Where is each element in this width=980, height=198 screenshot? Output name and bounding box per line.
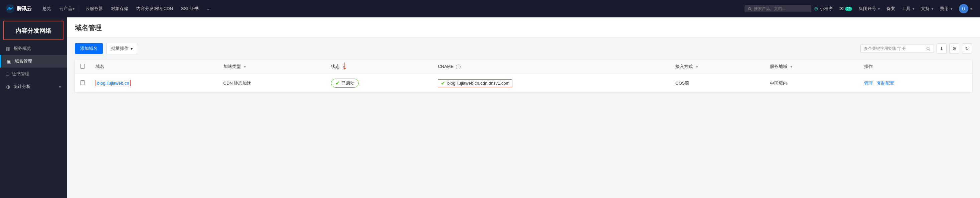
accel-sort-icon[interactable]: ▼ xyxy=(243,65,247,69)
settings-button[interactable]: ⚙ xyxy=(949,43,959,54)
nav-messages[interactable]: ✉ 29 xyxy=(837,0,855,18)
service-area-cell: 中国境内 xyxy=(765,74,859,93)
stats-expand-icon: ▾ xyxy=(59,85,61,89)
sidebar-header[interactable]: 内容分发网络 xyxy=(3,21,64,40)
domain-link[interactable]: blog.liujiaweb.cn xyxy=(97,81,129,86)
access-sort-icon[interactable]: ▼ xyxy=(695,65,699,69)
nav-ssl[interactable]: SSL 证书 xyxy=(177,0,203,18)
nav-fee[interactable]: 费用 ▾ xyxy=(937,0,955,18)
sidebar-item-domain[interactable]: ▣ 域名管理 xyxy=(0,55,67,67)
sidebar-item-overview[interactable]: ▦ 服务概览 xyxy=(0,42,67,55)
cname-cell-box: ✔ blog.liujiaweb.cn.cdn.dnsv1.com xyxy=(438,79,512,87)
batch-ops-chevron: ▾ xyxy=(130,46,133,51)
status-dot-icon: ✔ xyxy=(335,80,340,86)
table-search[interactable] xyxy=(861,44,934,53)
sidebar-item-cert[interactable]: □ 证书管理 xyxy=(0,67,67,80)
th-domain: 域名 xyxy=(90,59,218,74)
nav-avatar[interactable]: U ▾ xyxy=(956,0,975,18)
cert-icon: □ xyxy=(6,71,9,77)
brand-name: 腾讯云 xyxy=(17,6,32,12)
batch-ops-button[interactable]: 批量操作 ▾ xyxy=(106,43,138,54)
nav-divider-1 xyxy=(80,5,80,12)
refresh-button[interactable]: ↻ xyxy=(962,43,972,54)
batch-ops-label: 批量操作 xyxy=(111,45,129,51)
nav-overview[interactable]: 总览 xyxy=(38,0,55,18)
support-chevron: ▾ xyxy=(932,7,933,11)
access-mode-value: COS源 xyxy=(675,81,689,86)
cname-info-icon[interactable]: i xyxy=(456,65,461,69)
sidebar-item-stats-label: 统计分析 xyxy=(13,84,31,89)
cname-td: ✔ blog.liujiaweb.cn.cdn.dnsv1.com xyxy=(433,74,670,93)
domain-cell-box: blog.liujiaweb.cn xyxy=(95,80,130,86)
mini-program-icon: ⊛ xyxy=(814,6,818,12)
select-all-checkbox[interactable] xyxy=(80,64,85,69)
service-area-value: 中国境内 xyxy=(770,81,787,86)
red-arrow-status: ↓ xyxy=(342,59,348,71)
page-body: 添加域名 批量操作 ▾ ⬇ ⚙ xyxy=(67,37,980,97)
nav-support[interactable]: 支持 ▾ xyxy=(918,0,936,18)
message-icon: ✉ xyxy=(839,6,844,12)
sidebar: 内容分发网络 ▦ 服务概览 ▣ 域名管理 □ 证书管理 ◑ 统计分析 ▾ xyxy=(0,18,67,198)
table-search-icon[interactable] xyxy=(926,46,930,51)
search-input[interactable] xyxy=(754,6,808,11)
global-search[interactable] xyxy=(745,5,811,12)
accel-type-cell: CDN 静态加速 xyxy=(218,74,326,93)
add-domain-button[interactable]: 添加域名 xyxy=(75,43,103,54)
th-access-mode[interactable]: 接入方式 ▼ xyxy=(670,59,765,74)
tools-chevron: ▾ xyxy=(913,7,914,11)
nav-cdn[interactable]: 内容分发网络 CDN xyxy=(132,0,177,18)
main-layout: 内容分发网络 ▦ 服务概览 ▣ 域名管理 □ 证书管理 ◑ 统计分析 ▾ 域名管… xyxy=(0,18,980,198)
message-badge: 29 xyxy=(845,7,852,11)
logo[interactable]: 腾讯云 xyxy=(5,4,32,13)
page-header: 域名管理 xyxy=(67,18,980,37)
fee-chevron: ▾ xyxy=(951,7,952,11)
actions-cell: 管理 复制配置 xyxy=(859,74,972,93)
cname-check-icon: ✔ xyxy=(441,80,445,86)
table-header-row: 域名 加速类型 ▼ 状态 ▼ CNAME xyxy=(75,59,972,74)
avatar: U xyxy=(959,4,968,13)
copy-config-link[interactable]: 复制配置 xyxy=(877,81,894,86)
svg-line-5 xyxy=(929,49,930,50)
stats-icon: ◑ xyxy=(6,84,10,89)
nav-tools[interactable]: 工具 ▾ xyxy=(899,0,917,18)
status-badge: ✔ 已启动 xyxy=(331,78,359,88)
nav-mini-program[interactable]: ⊛ 小程序 xyxy=(811,0,835,18)
domain-icon: ▣ xyxy=(7,59,11,64)
status-value: 已启动 xyxy=(341,80,355,86)
sidebar-item-cert-label: 证书管理 xyxy=(12,71,29,77)
products-chevron: ▾ xyxy=(73,7,75,11)
status-cell: ↓ ✔ 已启动 xyxy=(326,74,433,93)
sidebar-item-stats[interactable]: ◑ 统计分析 ▾ xyxy=(0,80,67,93)
table-row: blog.liujiaweb.cn CDN 静态加速 ↓ xyxy=(75,74,972,93)
main-content: 域名管理 添加域名 批量操作 ▾ xyxy=(67,18,980,198)
row-checkbox[interactable] xyxy=(80,80,85,85)
sidebar-item-domain-label: 域名管理 xyxy=(15,58,32,64)
nav-storage[interactable]: 对象存储 xyxy=(107,0,132,18)
th-actions: 操作 xyxy=(859,59,972,74)
nav-more[interactable]: ··· xyxy=(203,0,215,18)
access-mode-cell: COS源 xyxy=(670,74,765,93)
svg-line-3 xyxy=(751,10,751,10)
th-cname: CNAME i xyxy=(433,59,670,74)
domain-cell: blog.liujiaweb.cn xyxy=(90,74,218,93)
nav-server[interactable]: 云服务器 xyxy=(81,0,107,18)
table-search-input[interactable] xyxy=(864,46,924,51)
top-nav: 腾讯云 总览 云产品 ▾ 云服务器 对象存储 内容分发网络 CDN SSL 证书… xyxy=(0,0,980,18)
cname-value: blog.liujiaweb.cn.cdn.dnsv1.com xyxy=(447,81,509,86)
overview-icon: ▦ xyxy=(6,46,10,51)
nav-group-account[interactable]: 集团账号 ▾ xyxy=(856,0,883,18)
nav-filing[interactable]: 备案 xyxy=(884,0,898,18)
download-button[interactable]: ⬇ xyxy=(937,43,947,54)
select-all-cell[interactable] xyxy=(75,59,90,74)
nav-products[interactable]: 云产品 ▾ xyxy=(55,0,78,18)
sidebar-item-overview-label: 服务概览 xyxy=(14,45,31,51)
row-select-cell[interactable] xyxy=(75,74,90,93)
avatar-chevron: ▾ xyxy=(970,7,972,11)
svg-point-1 xyxy=(9,8,11,10)
th-accel-type[interactable]: 加速类型 ▼ xyxy=(218,59,326,74)
service-sort-icon[interactable]: ▼ xyxy=(790,65,793,69)
manage-link[interactable]: 管理 xyxy=(864,81,873,86)
th-service-area[interactable]: 服务地域 ▼ xyxy=(765,59,859,74)
group-account-chevron: ▾ xyxy=(878,7,880,11)
accel-type-value: CDN 静态加速 xyxy=(223,81,251,86)
